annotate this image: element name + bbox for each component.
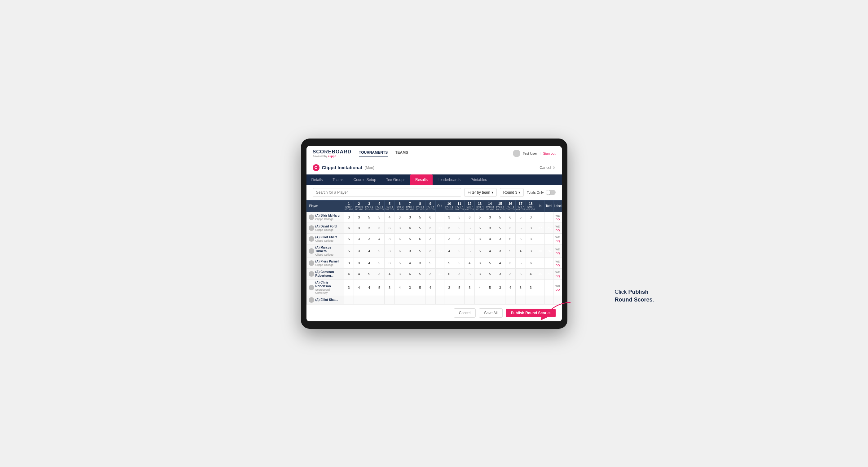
score-h4[interactable]: 3 (374, 222, 384, 234)
score-cell[interactable] (444, 295, 454, 304)
score-cell[interactable] (384, 295, 395, 304)
score-h4[interactable]: 5 (374, 212, 384, 222)
score-h1[interactable]: 3 (344, 279, 354, 295)
score-h15[interactable]: 5 (495, 212, 505, 222)
score-h12[interactable]: 5 (465, 244, 475, 257)
score-h18[interactable]: 3 (526, 212, 536, 222)
dq-label[interactable]: DQ (556, 218, 560, 221)
score-h18[interactable]: 3 (526, 244, 536, 257)
score-cell[interactable] (526, 295, 536, 304)
score-cell[interactable] (344, 295, 354, 304)
score-h16[interactable]: 5 (505, 244, 515, 257)
score-h3[interactable]: 3 (364, 222, 374, 234)
dq-label[interactable]: DQ (556, 252, 560, 255)
score-cell[interactable] (485, 295, 495, 304)
tournament-cancel-button[interactable]: Cancel ✕ (539, 165, 555, 170)
score-h18[interactable]: 3 (526, 222, 536, 234)
score-h8[interactable]: 5 (415, 212, 425, 222)
score-h15[interactable]: 5 (495, 222, 505, 234)
score-h5[interactable]: 3 (384, 234, 395, 244)
score-h17[interactable]: 3 (515, 279, 526, 295)
score-h9[interactable]: 3 (425, 234, 435, 244)
score-h17[interactable]: 5 (515, 212, 526, 222)
score-h1[interactable]: 3 (344, 212, 354, 222)
score-h9[interactable]: 4 (425, 279, 435, 295)
score-h17[interactable]: 5 (515, 222, 526, 234)
score-h7[interactable]: 5 (405, 234, 415, 244)
score-h16[interactable]: 3 (505, 257, 515, 268)
dq-label[interactable]: DQ (556, 275, 560, 278)
tab-printables[interactable]: Printables (465, 175, 492, 185)
wd-label[interactable]: WD (555, 225, 560, 228)
score-h4[interactable]: 5 (374, 257, 384, 268)
score-h17[interactable]: 5 (515, 268, 526, 279)
score-h17[interactable]: 5 (515, 234, 526, 244)
score-h14[interactable]: 5 (485, 257, 495, 268)
wd-label[interactable]: WD (555, 214, 560, 217)
score-h6[interactable]: 3 (395, 212, 405, 222)
score-h12[interactable]: 5 (465, 222, 475, 234)
score-h14[interactable]: 3 (485, 222, 495, 234)
score-h2[interactable]: 3 (354, 212, 364, 222)
score-h1[interactable]: 4 (344, 268, 354, 279)
score-h5[interactable]: 3 (384, 257, 395, 268)
score-h8[interactable]: 5 (415, 268, 425, 279)
dq-label[interactable]: DQ (556, 229, 560, 232)
score-cell[interactable] (435, 295, 444, 304)
score-h13[interactable]: 3 (475, 234, 485, 244)
wd-label[interactable]: WD (555, 236, 560, 239)
score-h4[interactable]: 5 (374, 279, 384, 295)
score-h3[interactable]: 4 (364, 279, 374, 295)
score-h9[interactable]: 5 (425, 257, 435, 268)
score-cell[interactable] (405, 295, 415, 304)
score-h1[interactable]: 5 (344, 244, 354, 257)
score-cell[interactable] (505, 295, 515, 304)
score-h8[interactable]: 5 (415, 244, 425, 257)
score-h7[interactable]: 3 (405, 212, 415, 222)
score-h3[interactable]: 4 (364, 257, 374, 268)
score-h10[interactable]: 5 (444, 257, 454, 268)
score-h2[interactable]: 3 (354, 257, 364, 268)
score-h4[interactable]: 5 (374, 244, 384, 257)
score-h12[interactable]: 6 (465, 212, 475, 222)
dq-label[interactable]: DQ (556, 240, 560, 243)
score-h6[interactable]: 5 (395, 257, 405, 268)
score-h1[interactable]: 5 (344, 234, 354, 244)
score-h9[interactable]: 6 (425, 212, 435, 222)
score-h7[interactable]: 6 (405, 268, 415, 279)
score-h15[interactable]: 3 (495, 279, 505, 295)
score-h4[interactable]: 4 (374, 234, 384, 244)
score-h12[interactable]: 5 (465, 234, 475, 244)
score-h15[interactable]: 4 (495, 257, 505, 268)
score-h2[interactable]: 4 (354, 279, 364, 295)
score-cell[interactable] (425, 295, 435, 304)
nav-teams[interactable]: TEAMS (395, 150, 408, 156)
search-input[interactable] (313, 188, 461, 197)
score-h15[interactable]: 3 (495, 268, 505, 279)
tab-leaderboards[interactable]: Leaderboards (433, 175, 465, 185)
score-h5[interactable]: 3 (384, 279, 395, 295)
score-h8[interactable]: 3 (415, 257, 425, 268)
score-h13[interactable]: 5 (475, 222, 485, 234)
score-h16[interactable]: 3 (505, 222, 515, 234)
score-h11[interactable]: 3 (454, 268, 465, 279)
tab-results[interactable]: Results (410, 175, 433, 185)
score-h7[interactable]: 3 (405, 244, 415, 257)
score-h2[interactable]: 3 (354, 234, 364, 244)
score-h11[interactable]: 5 (454, 279, 465, 295)
score-h14[interactable]: 3 (485, 212, 495, 222)
score-h8[interactable]: 5 (415, 222, 425, 234)
score-h17[interactable]: 5 (515, 257, 526, 268)
score-cell[interactable] (374, 295, 384, 304)
score-h10[interactable]: 4 (444, 244, 454, 257)
score-h12[interactable]: 4 (465, 257, 475, 268)
score-h17[interactable]: 4 (515, 244, 526, 257)
score-h18[interactable]: 3 (526, 234, 536, 244)
score-h10[interactable]: 6 (444, 268, 454, 279)
score-h10[interactable]: 3 (444, 234, 454, 244)
score-h18[interactable]: 4 (526, 268, 536, 279)
score-h11[interactable]: 3 (454, 234, 465, 244)
score-h7[interactable]: 4 (405, 257, 415, 268)
score-h10[interactable]: 3 (444, 212, 454, 222)
score-h6[interactable]: 6 (395, 244, 405, 257)
